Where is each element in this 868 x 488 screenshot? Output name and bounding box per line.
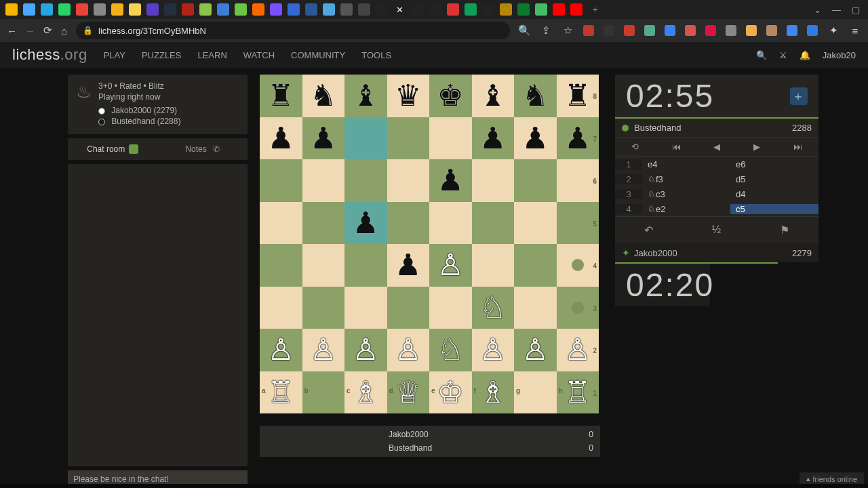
tab-favicon[interactable] <box>570 3 583 16</box>
square-g2[interactable]: ♙ <box>514 329 557 371</box>
black-queen-icon[interactable]: ♛ <box>395 78 421 113</box>
share-icon[interactable]: ⇪ <box>540 24 552 37</box>
square-c7[interactable] <box>344 117 387 160</box>
square-c2[interactable]: ♙ <box>344 329 387 371</box>
flip-icon[interactable]: ⟲ <box>631 142 639 152</box>
square-d6[interactable] <box>387 159 430 202</box>
offer-draw-button[interactable]: ½ <box>712 224 721 237</box>
white-bishop-icon[interactable]: ♗ <box>479 375 506 409</box>
square-e4[interactable]: ♙ <box>429 244 472 287</box>
square-c5[interactable]: ♟ <box>344 202 387 245</box>
chat-toggle[interactable] <box>129 144 138 154</box>
site-logo[interactable]: lichess.org <box>12 46 87 64</box>
black-pawn-icon[interactable]: ♟ <box>310 121 336 155</box>
square-h1[interactable]: ♖1h <box>557 371 599 414</box>
square-b1[interactable]: b <box>302 371 345 414</box>
tab-favicon[interactable] <box>252 3 264 16</box>
tab-favicon[interactable] <box>270 3 282 16</box>
square-e5[interactable] <box>429 202 472 245</box>
tab-notes[interactable]: Notes ✆ <box>158 144 248 154</box>
forward-icon[interactable]: → <box>25 25 35 37</box>
square-f7[interactable]: ♟ <box>472 117 515 160</box>
tab-favicon[interactable] <box>517 3 530 16</box>
black-pawn-icon[interactable]: ♟ <box>395 247 421 282</box>
square-g3[interactable] <box>514 287 557 329</box>
tab-favicon[interactable] <box>340 3 353 16</box>
star-icon[interactable]: ☆ <box>561 24 574 37</box>
tab-favicon[interactable] <box>23 3 35 16</box>
nav-learn[interactable]: LEARN <box>197 50 226 60</box>
tab-favicon[interactable] <box>535 3 547 16</box>
square-a4[interactable] <box>260 244 302 287</box>
square-h4[interactable]: 4 <box>557 244 599 287</box>
window-minimize-icon[interactable]: — <box>829 3 844 16</box>
square-d1[interactable]: ♕d <box>387 371 430 414</box>
black-knight-icon[interactable]: ♞ <box>522 78 549 113</box>
white-pawn-icon[interactable]: ♙ <box>437 247 464 282</box>
new-tab-button[interactable]: ＋ <box>588 2 602 17</box>
square-b8[interactable]: ♞ <box>302 75 345 117</box>
black-pawn-icon[interactable]: ♟ <box>522 121 549 155</box>
white-rook-icon[interactable]: ♖ <box>268 375 294 409</box>
menu-icon[interactable]: ≡ <box>849 25 861 37</box>
black-pawn-icon[interactable]: ♟ <box>437 163 464 197</box>
white-pawn-icon[interactable]: ♙ <box>395 332 421 367</box>
window-maximize-icon[interactable]: ▢ <box>849 3 863 16</box>
square-e2[interactable]: ♘ <box>429 329 472 371</box>
search-icon[interactable]: 🔍 <box>756 50 767 60</box>
square-g6[interactable] <box>514 159 557 202</box>
tab-favicon[interactable] <box>58 3 71 16</box>
square-b2[interactable]: ♙ <box>302 329 345 371</box>
square-b4[interactable] <box>302 244 345 287</box>
nav-tools[interactable]: TOOLS <box>361 50 391 60</box>
nav-watch[interactable]: WATCH <box>243 50 275 60</box>
nav-play[interactable]: PLAY <box>104 50 125 60</box>
extension-icon[interactable] <box>665 25 675 36</box>
square-e6[interactable]: ♟ <box>429 159 472 202</box>
my-row[interactable]: ✦ Jakob2000 2279 <box>615 243 818 262</box>
nav-community[interactable]: COMMUNITY <box>291 50 345 60</box>
square-g4[interactable] <box>514 244 557 287</box>
move-black-4[interactable]: c5 <box>730 204 818 214</box>
square-d4[interactable]: ♟ <box>387 244 430 287</box>
square-b6[interactable] <box>302 159 345 202</box>
tab-favicon[interactable] <box>199 3 212 16</box>
move-black-3[interactable]: d4 <box>730 189 818 199</box>
home-icon[interactable]: ⌂ <box>60 25 68 37</box>
tab-favicon[interactable] <box>164 3 176 16</box>
tab-favicon[interactable] <box>429 3 441 16</box>
challenge-icon[interactable]: ⚔ <box>779 50 787 60</box>
square-f8[interactable]: ♝ <box>472 75 515 117</box>
black-rook-icon[interactable]: ♜ <box>564 78 591 113</box>
extension-icon[interactable] <box>766 25 777 36</box>
extension-icon[interactable] <box>705 25 716 36</box>
user-menu[interactable]: Jakob20 <box>823 50 856 60</box>
takeback-button[interactable]: ↶ <box>644 224 653 237</box>
tab-chat[interactable]: Chat room <box>68 144 158 155</box>
zoom-icon[interactable]: 🔍 <box>518 24 530 37</box>
extension-icon[interactable] <box>746 25 757 36</box>
tab-favicon[interactable] <box>5 3 18 16</box>
tab-favicon[interactable] <box>235 3 247 16</box>
square-h8[interactable]: ♜8 <box>557 75 599 117</box>
square-g1[interactable]: g <box>514 371 557 414</box>
tab-favicon[interactable] <box>358 3 370 16</box>
nav-puzzles[interactable]: PUZZLES <box>142 50 182 60</box>
black-player[interactable]: Bustedhand (2288) <box>111 117 180 126</box>
move-black-2[interactable]: d5 <box>730 174 818 184</box>
move-white-1[interactable]: e4 <box>642 159 730 169</box>
square-a2[interactable]: ♙ <box>260 329 302 371</box>
square-e7[interactable] <box>429 117 472 160</box>
square-h6[interactable]: 6 <box>557 159 599 202</box>
white-pawn-icon[interactable]: ♙ <box>522 332 549 367</box>
extension-icon[interactable] <box>583 25 594 36</box>
tab-favicon[interactable] <box>129 3 141 16</box>
white-bishop-icon[interactable]: ♗ <box>353 375 379 409</box>
white-queen-icon[interactable]: ♕ <box>395 375 421 409</box>
move-list[interactable]: 1e4e62♘f3d53♘c3d44♘e2c5 <box>615 156 818 216</box>
move-white-3[interactable]: ♘c3 <box>642 189 730 199</box>
square-e1[interactable]: ♔e <box>429 371 472 414</box>
white-pawn-icon[interactable]: ♙ <box>479 332 506 367</box>
square-h2[interactable]: ♙2 <box>557 329 599 371</box>
white-pawn-icon[interactable]: ♙ <box>564 332 591 367</box>
